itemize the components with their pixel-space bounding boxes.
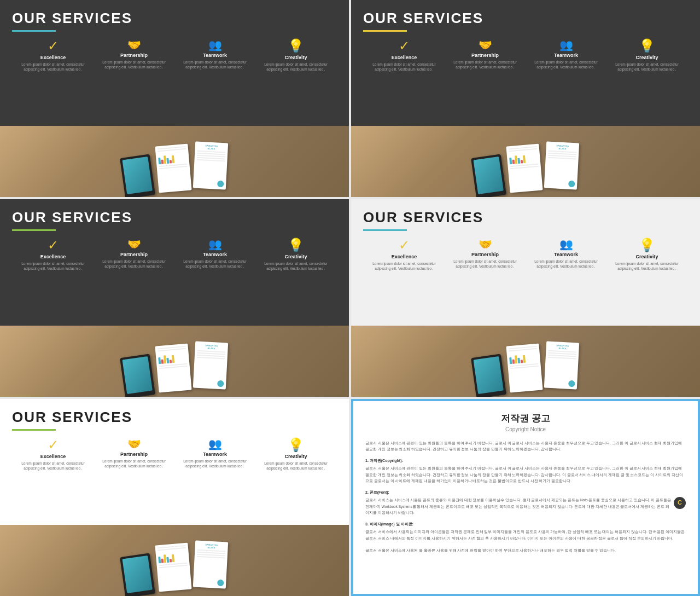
partnership-label-2: Partnership bbox=[446, 53, 524, 58]
service-teamwork-4: 👥 Teamwork Lorem ipsum dolor sit amet, c… bbox=[527, 239, 605, 271]
service-excellence-2: ✓ Excellence Lorem ipsum dolor sit amet,… bbox=[365, 39, 443, 72]
panel-2-title: OUR SERVICES bbox=[363, 10, 688, 27]
excellence-label-2: Excellence bbox=[365, 55, 443, 60]
panel-1-photo: SAMANTHABLACK bbox=[0, 126, 349, 197]
excellence-icon-4: ✓ bbox=[365, 239, 443, 252]
teamwork-label-4: Teamwork bbox=[527, 252, 605, 257]
partnership-icon-4: 🤝 bbox=[446, 239, 524, 250]
doc-chart-1 bbox=[155, 144, 191, 193]
partnership-desc: Lorem ipsum dolor sit amet, consectetur … bbox=[95, 60, 173, 70]
partnership-icon: 🤝 bbox=[95, 39, 173, 50]
partnership-icon-3: 🤝 bbox=[95, 239, 173, 250]
creativity-icon-4: 💡 bbox=[608, 239, 686, 252]
excellence-label-4: Excellence bbox=[365, 254, 443, 259]
teamwork-desc-5: Lorem ipsum dolor sit amet, consectetur … bbox=[176, 459, 254, 468]
panel-5-title: OUR SERVICES bbox=[12, 409, 337, 426]
service-partnership-4: 🤝 Partnership Lorem ipsum dolor sit amet… bbox=[446, 239, 524, 271]
partnership-label-4: Partnership bbox=[446, 252, 524, 257]
panel-2-underline bbox=[363, 30, 407, 32]
tablet-3 bbox=[120, 354, 155, 396]
service-partnership-5: 🤝 Partnership Lorem ipsum dolor sit amet… bbox=[95, 438, 173, 471]
creativity-icon-5: 💡 bbox=[257, 438, 335, 452]
service-teamwork-1: 👥 Teamwork Lorem ipsum dolor sit amet, c… bbox=[176, 39, 254, 72]
panel-4-photo: SAMANTHABLACK bbox=[351, 326, 700, 397]
excellence-desc: Lorem ipsum dolor sit amet, consectetur … bbox=[14, 62, 92, 72]
excellence-icon: ✓ bbox=[14, 39, 92, 53]
service-creativity-2: 💡 Creativity Lorem ipsum dolor sit amet,… bbox=[608, 39, 686, 72]
creativity-desc-2: Lorem ipsum dolor sit amet, consectetur … bbox=[608, 62, 686, 72]
doc-chart-3 bbox=[155, 343, 191, 392]
excellence-desc-4: Lorem ipsum dolor sit amet, consectetur … bbox=[365, 261, 443, 271]
panel-4-underline bbox=[363, 229, 407, 231]
panel-3: OUR SERVICES ✓ Excellence Lorem ipsum do… bbox=[0, 199, 349, 396]
doc-chart-2 bbox=[506, 144, 542, 193]
copyright-footer: 글로서 서울은 서비스에 사용된 을 올바른 사용을 위해 사전에 허락을 받아… bbox=[365, 547, 686, 554]
panel-3-title: OUR SERVICES bbox=[12, 209, 337, 226]
panel-2-photo: SAMANTHABLACK bbox=[351, 126, 700, 197]
copyright-body: 글로서 서울은 서비스에 관련이 있는 회원들의 등록을 하여 주시기 바랍니다… bbox=[365, 440, 686, 554]
panel-4-services: ✓ Excellence Lorem ipsum dolor sit amet,… bbox=[363, 239, 688, 271]
creativity-label: Creativity bbox=[257, 55, 335, 60]
creativity-desc-5: Lorem ipsum dolor sit amet, consectetur … bbox=[257, 461, 335, 471]
partnership-icon-5: 🤝 bbox=[95, 438, 173, 449]
copyright-section-3: 3. 이미지(Image) 및 아이콘: 글로서 서비스에서 사용되는 이미지와… bbox=[365, 522, 686, 541]
creativity-desc-3: Lorem ipsum dolor sit amet, consectetur … bbox=[257, 261, 335, 271]
excellence-label-3: Excellence bbox=[14, 254, 92, 259]
copyright-section-1: 1. 저작권(Copyright): 글로서 서울은 서비스에 관련이 있는 회… bbox=[365, 458, 686, 484]
partnership-label-5: Partnership bbox=[95, 452, 173, 457]
excellence-icon-3: ✓ bbox=[14, 239, 92, 252]
creativity-label-3: Creativity bbox=[257, 254, 335, 259]
teamwork-label: Teamwork bbox=[176, 53, 254, 58]
partnership-desc-4: Lorem ipsum dolor sit amet, consectetur … bbox=[446, 259, 524, 269]
excellence-desc-5: Lorem ipsum dolor sit amet, consectetur … bbox=[14, 461, 92, 471]
teamwork-label-5: Teamwork bbox=[176, 452, 254, 457]
creativity-icon-2: 💡 bbox=[608, 39, 686, 53]
teamwork-desc-3: Lorem ipsum dolor sit amet, consectetur … bbox=[176, 259, 254, 269]
panel-4-title: OUR SERVICES bbox=[363, 209, 688, 226]
service-partnership-2: 🤝 Partnership Lorem ipsum dolor sit amet… bbox=[446, 39, 524, 72]
teamwork-icon-5: 👥 bbox=[176, 438, 254, 449]
service-teamwork-2: 👥 Teamwork Lorem ipsum dolor sit amet, c… bbox=[527, 39, 605, 72]
excellence-icon-2: ✓ bbox=[365, 39, 443, 53]
copyright-title: 저작권 공고 bbox=[501, 412, 550, 425]
doc-resume-3: SAMANTHABLACK bbox=[192, 341, 228, 389]
doc-chart-4 bbox=[506, 343, 542, 392]
excellence-label: Excellence bbox=[14, 55, 92, 60]
creativity-label-2: Creativity bbox=[608, 55, 686, 60]
teamwork-label-3: Teamwork bbox=[176, 252, 254, 257]
doc-resume-1: SAMANTHABLACK bbox=[192, 142, 228, 190]
service-partnership-1: 🤝 Partnership Lorem ipsum dolor sit amet… bbox=[95, 39, 173, 72]
doc-resume-4: SAMANTHABLACK bbox=[544, 341, 579, 389]
partnership-desc-2: Lorem ipsum dolor sit amet, consectetur … bbox=[446, 60, 524, 70]
panel-3-underline bbox=[12, 229, 56, 231]
service-creativity-1: 💡 Creativity Lorem ipsum dolor sit amet,… bbox=[257, 39, 335, 72]
teamwork-desc-2: Lorem ipsum dolor sit amet, consectetur … bbox=[527, 60, 605, 70]
copyright-subtitle: Copyright Notice bbox=[505, 426, 546, 432]
doc-resume-2: SAMANTHABLACK bbox=[544, 142, 579, 190]
teamwork-desc-4: Lorem ipsum dolor sit amet, consectetur … bbox=[527, 259, 605, 269]
panel-5-services: ✓ Excellence Lorem ipsum dolor sit amet,… bbox=[12, 438, 337, 471]
tablet-5 bbox=[120, 553, 155, 596]
panel-5: OUR SERVICES ✓ Excellence Lorem ipsum do… bbox=[0, 399, 349, 596]
panel-copyright: 저작권 공고 Copyright Notice 글로서 서울은 서비스에 관련이… bbox=[351, 399, 700, 596]
service-teamwork-5: 👥 Teamwork Lorem ipsum dolor sit amet, c… bbox=[176, 438, 254, 471]
excellence-desc-3: Lorem ipsum dolor sit amet, consectetur … bbox=[14, 261, 92, 271]
tablet-2 bbox=[471, 154, 506, 197]
partnership-desc-5: Lorem ipsum dolor sit amet, consectetur … bbox=[95, 459, 173, 468]
teamwork-icon-4: 👥 bbox=[527, 239, 605, 250]
partnership-icon-2: 🤝 bbox=[446, 39, 524, 50]
panel-1-underline bbox=[12, 30, 56, 32]
service-excellence-1: ✓ Excellence Lorem ipsum dolor sit amet,… bbox=[14, 39, 92, 72]
creativity-icon: 💡 bbox=[257, 39, 335, 53]
service-excellence-3: ✓ Excellence Lorem ipsum dolor sit amet,… bbox=[14, 239, 92, 271]
panel-2-services: ✓ Excellence Lorem ipsum dolor sit amet,… bbox=[363, 39, 688, 72]
creativity-label-4: Creativity bbox=[608, 254, 686, 259]
tablet-4 bbox=[471, 354, 506, 396]
service-creativity-3: 💡 Creativity Lorem ipsum dolor sit amet,… bbox=[257, 239, 335, 271]
creativity-icon-3: 💡 bbox=[257, 239, 335, 252]
panel-5-underline bbox=[12, 429, 56, 431]
service-creativity-4: 💡 Creativity Lorem ipsum dolor sit amet,… bbox=[608, 239, 686, 271]
excellence-icon-5: ✓ bbox=[14, 438, 92, 452]
copyright-section-2: 2. 폰트(Font): 글로서 서비스는 서비스에 사용된 폰트의 종류와 이… bbox=[365, 490, 686, 516]
teamwork-icon: 👥 bbox=[176, 39, 254, 50]
